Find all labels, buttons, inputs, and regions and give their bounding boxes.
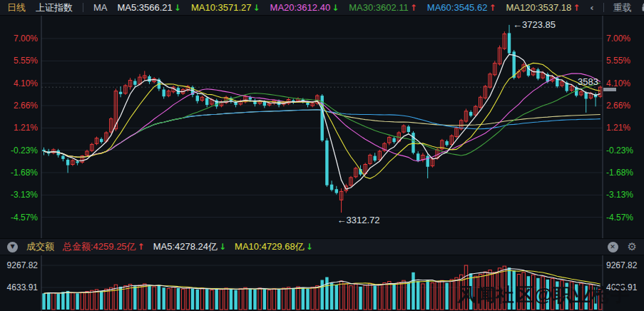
close-panel-icon[interactable]: ✕ [608, 242, 618, 253]
ma10-readout[interactable]: MA10:3571.27 ↓ [191, 2, 260, 13]
ma10-value: MA10:3571.27 [191, 2, 252, 13]
reload-button[interactable]: 重载 [613, 1, 632, 14]
total-amount-value: 总金额:4259.25亿 [63, 240, 136, 253]
collapse-chevron-icon[interactable]: ‹ [590, 3, 593, 12]
up-arrow-icon: ↑ [138, 243, 145, 251]
volume-settings-gear-icon[interactable]: ⚙ [628, 240, 637, 253]
toolbar-divider [603, 3, 604, 12]
candles [42, 25, 602, 213]
ma5-readout[interactable]: MA5:3566.21 ↓ [118, 2, 181, 13]
volume-ma5-readout: MA5:4278.24亿 ↓ [153, 240, 226, 253]
volume-panel-actions: ✕ ⚙ [608, 240, 637, 253]
ma30-readout[interactable]: MA30:3602.11 ↑ [349, 2, 417, 13]
up-arrow-icon: ↑ [489, 4, 496, 12]
down-arrow-icon: ↓ [174, 4, 181, 12]
volume-ma10-value: MA10:4729.68亿 [235, 240, 305, 253]
volume-chart[interactable] [0, 255, 644, 311]
main-toolbar: 日线 上证指数 MA MA5:3566.21 ↓ MA10:3571.27 ↓ … [0, 0, 644, 16]
down-arrow-icon: ↓ [219, 243, 226, 251]
total-amount-readout: 总金额:4259.25亿 ↑ [63, 240, 145, 253]
down-arrow-icon: ↓ [252, 4, 260, 12]
collapse-panel-icon[interactable]: ▼ [7, 242, 18, 253]
up-arrow-icon: ↑ [573, 4, 580, 12]
symbol-name[interactable]: 上证指数 [36, 1, 73, 14]
candlestick-chart[interactable] [0, 16, 644, 238]
volume-toolbar: ▼ 成交额 总金额:4259.25亿 ↑ MA5:4278.24亿 ↓ MA10… [0, 238, 644, 255]
down-arrow-icon: ↓ [332, 4, 339, 12]
ma120-value: MA120:3537.18 [506, 2, 572, 13]
lock-icon[interactable] [641, 3, 644, 12]
period-tab-daily[interactable]: 日线 [7, 1, 26, 14]
volume-indicator-label: 成交额 [26, 240, 54, 253]
indicator-ma-label[interactable]: MA [93, 2, 108, 13]
stock-chart-app: 日线 上证指数 MA MA5:3566.21 ↓ MA10:3571.27 ↓ … [0, 0, 644, 311]
ma5-value: MA5:3566.21 [118, 2, 173, 13]
down-arrow-icon: ↓ [306, 243, 313, 251]
ma120-readout[interactable]: MA120:3537.18 ↑ [506, 2, 581, 13]
up-arrow-icon: ↑ [410, 4, 417, 12]
ma60-readout[interactable]: MA60:3545.62 ↑ [427, 2, 496, 13]
volume-ma5-value: MA5:4278.24亿 [153, 240, 218, 253]
ma30-value: MA30:3602.11 [349, 2, 409, 13]
toolbar-actions: ‹ 重载 ↺ ⊕ ⊖ ⚙ [590, 1, 644, 14]
ma60-value: MA60:3545.62 [427, 2, 488, 13]
volume-ma10-readout: MA10:4729.68亿 ↓ [235, 240, 313, 253]
ma20-readout[interactable]: MA20:3612.40 ↓ [270, 2, 339, 13]
ma20-value: MA20:3612.40 [270, 2, 331, 13]
toolbar-divider [83, 3, 83, 12]
